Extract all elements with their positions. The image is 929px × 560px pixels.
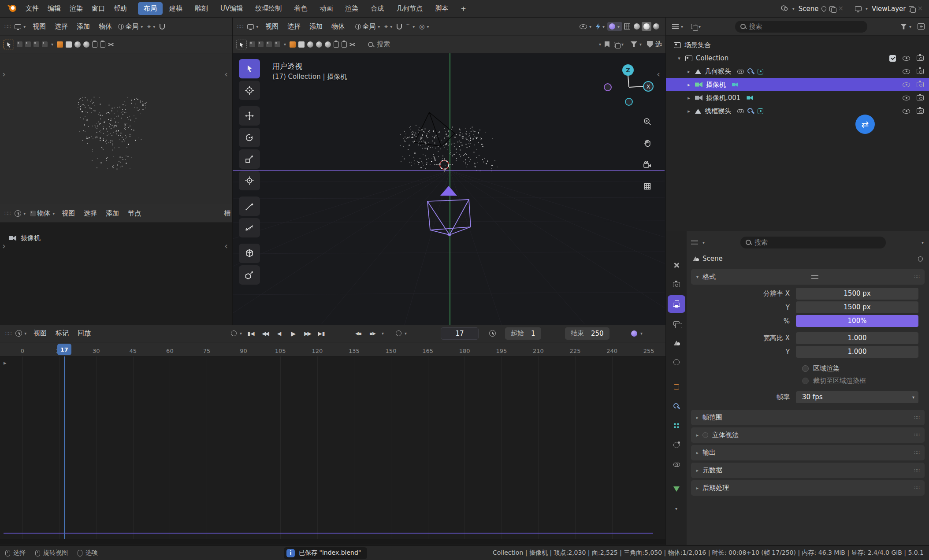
current-frame-field[interactable]: 17 xyxy=(441,327,479,340)
shading-sphere-3-icon[interactable] xyxy=(325,41,331,48)
node-context-dropdown[interactable]: 物体 xyxy=(28,208,57,219)
tool-add-cube[interactable] xyxy=(239,244,260,263)
editor-grip[interactable] xyxy=(4,210,10,216)
editor-type-button[interactable] xyxy=(245,23,261,30)
presets-icon[interactable] xyxy=(811,274,818,280)
lv-active-tool-icon[interactable] xyxy=(4,40,14,49)
clipboard-1-icon[interactable] xyxy=(334,41,339,48)
timeline-ruler[interactable]: 0153045607590105120135150165180195210225… xyxy=(0,342,665,356)
tab-physics[interactable] xyxy=(668,436,685,454)
stereoscopy-checkbox[interactable] xyxy=(702,432,708,438)
shading-sphere-2-icon[interactable] xyxy=(316,41,322,48)
tl-menu-view[interactable]: 视图 xyxy=(29,329,51,337)
resolution-y-field[interactable]: 1500 px xyxy=(796,301,918,313)
frame-start-field[interactable]: 起始1 xyxy=(505,327,541,340)
properties-options-dropdown[interactable] xyxy=(922,240,924,245)
lv-snap-toggle[interactable] xyxy=(158,22,167,31)
lv-menu-view[interactable]: 视图 xyxy=(28,22,50,31)
tool-duplicate[interactable] xyxy=(239,265,260,285)
overlay-app-badge-icon[interactable] xyxy=(855,115,875,134)
hide-eye-icon[interactable] xyxy=(903,82,910,87)
scissors-icon[interactable] xyxy=(108,42,114,47)
snap-magnet-toggle[interactable] xyxy=(395,22,404,31)
workspace-tab-uv-editing[interactable]: UV编辑 xyxy=(215,2,249,15)
outliner-row-scene-collection[interactable]: 场景集合 xyxy=(666,38,929,52)
new-collection-button[interactable] xyxy=(918,23,925,30)
section-grip-icon[interactable] xyxy=(914,432,919,438)
tl-menu-marker[interactable]: 标记 xyxy=(51,329,73,337)
tool-scale[interactable] xyxy=(239,149,260,169)
viewlayer-browse-dropdown[interactable] xyxy=(866,6,868,11)
active-tool-icon[interactable] xyxy=(236,40,247,49)
blender-logo-icon[interactable] xyxy=(7,3,18,15)
outliner-display-mode-dropdown[interactable] xyxy=(670,22,686,30)
workspace-tab-modeling[interactable]: 建模 xyxy=(164,2,188,15)
tab-render[interactable] xyxy=(668,276,685,293)
outliner-row-camera-selected[interactable]: ▸ 摄像机 xyxy=(666,78,929,91)
ne-menu-select[interactable]: 选择 xyxy=(79,209,101,218)
secondary-viewport-canvas[interactable] xyxy=(0,53,232,204)
select-mode-2-icon[interactable] xyxy=(25,41,31,47)
menu-file[interactable]: 文件 xyxy=(21,4,43,13)
object-mode-icon[interactable] xyxy=(57,41,63,48)
select-mode-2-icon[interactable] xyxy=(258,41,264,47)
tab-tool[interactable] xyxy=(668,256,685,274)
tab-world[interactable] xyxy=(668,353,685,371)
new-scene-button[interactable] xyxy=(829,6,835,11)
outliner-row-collection[interactable]: ▾ Collection xyxy=(666,52,929,65)
pin-scene-icon[interactable] xyxy=(821,5,828,12)
shading-rendered-button[interactable] xyxy=(651,22,661,31)
region-collapse-icon[interactable]: ‹ xyxy=(224,70,228,78)
menu-help[interactable]: 帮助 xyxy=(109,4,131,13)
select-mode-dropdown[interactable] xyxy=(51,42,53,47)
select-mode-4-icon[interactable] xyxy=(42,41,48,47)
lv-menu-object[interactable]: 物体 xyxy=(94,22,116,31)
tab-particles[interactable] xyxy=(668,417,685,434)
tool-measure[interactable] xyxy=(239,218,260,237)
new-viewlayer-button[interactable] xyxy=(909,6,914,11)
tool-rotate[interactable] xyxy=(239,128,260,147)
editor-grip[interactable] xyxy=(237,23,243,30)
jump-to-end-button[interactable]: ▶▮ xyxy=(316,328,327,339)
workspace-tab-scripting[interactable]: 脚本 xyxy=(429,2,454,15)
select-mode-1-icon[interactable] xyxy=(17,41,22,47)
step-dropdown[interactable] xyxy=(382,331,384,336)
section-stereoscopy[interactable]: 立体视法 xyxy=(691,427,925,443)
tab-view-layer[interactable] xyxy=(668,315,685,332)
prev-keyframe-button[interactable]: ◀◀ xyxy=(259,328,271,339)
playback-sync-dropdown[interactable] xyxy=(631,330,643,337)
render-camera-icon[interactable] xyxy=(917,56,924,61)
workspace-tab-texture-paint[interactable]: 纹理绘制 xyxy=(249,2,287,15)
scene-name[interactable]: Scene xyxy=(799,5,819,13)
frame-rate-dropdown[interactable]: 30 fps xyxy=(796,391,918,403)
menu-edit[interactable]: 编辑 xyxy=(43,4,65,13)
editor-type-button[interactable] xyxy=(14,329,29,338)
render-camera-icon[interactable] xyxy=(917,108,924,114)
section-format[interactable]: 格式 xyxy=(691,269,925,285)
aspect-y-field[interactable]: 1.000 xyxy=(796,346,918,358)
section-output[interactable]: 输出 xyxy=(691,445,925,460)
tab-object[interactable] xyxy=(668,378,685,396)
pan-hand-button[interactable] xyxy=(640,136,655,151)
tab-constraints[interactable] xyxy=(668,456,685,473)
select-mode-dropdown[interactable] xyxy=(284,42,286,47)
shading-material-button[interactable] xyxy=(642,22,651,31)
playhead-frame-badge[interactable]: 17 xyxy=(57,344,71,355)
camera-view-button[interactable] xyxy=(640,157,655,172)
viewport-display-icon[interactable] xyxy=(298,41,305,48)
render-camera-icon[interactable] xyxy=(917,95,924,100)
lv-pivot-dropdown[interactable]: ⌖ xyxy=(145,22,158,31)
menu-window[interactable]: 窗口 xyxy=(87,4,109,13)
tool-select-box[interactable] xyxy=(239,59,260,78)
shading-options-dropdown[interactable] xyxy=(607,22,622,31)
tool-move[interactable] xyxy=(239,106,260,126)
pin-icon[interactable] xyxy=(917,255,924,262)
collection-checkbox[interactable] xyxy=(889,55,896,62)
section-post-processing[interactable]: 后期处理 xyxy=(691,480,925,496)
jump-to-start-button[interactable]: ▮◀ xyxy=(245,328,257,339)
expand-icon[interactable]: ▸ xyxy=(686,69,691,74)
header-extra-dropdown[interactable] xyxy=(599,42,601,47)
editor-grip[interactable] xyxy=(5,330,11,337)
tool-annotate[interactable] xyxy=(239,197,260,216)
clipboard-2-icon[interactable] xyxy=(342,41,347,48)
